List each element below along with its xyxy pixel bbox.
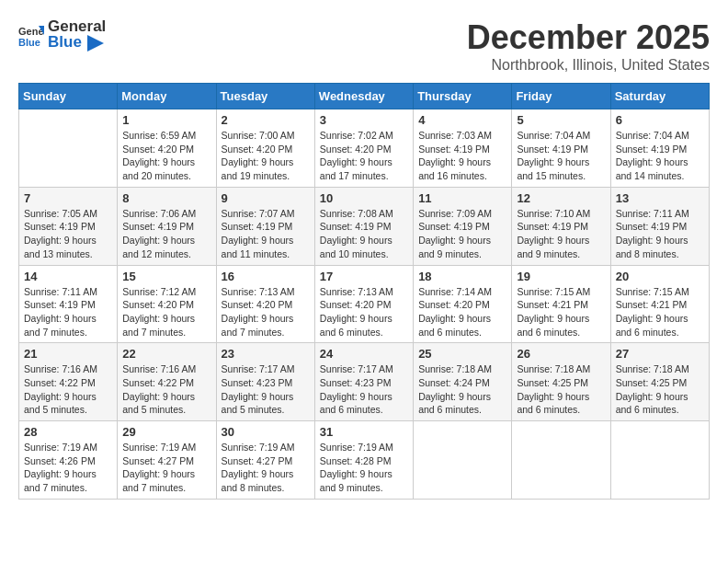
- day-number: 1: [122, 113, 210, 127]
- day-info: Sunrise: 7:07 AM Sunset: 4:19 PM Dayligh…: [222, 207, 310, 261]
- day-header-sunday: Sunday: [19, 84, 118, 109]
- day-number: 7: [24, 191, 112, 205]
- day-number: 15: [122, 270, 210, 283]
- calendar-cell: 6Sunrise: 7:04 AM Sunset: 4:19 PM Daylig…: [610, 109, 709, 188]
- calendar-cell: [512, 421, 610, 500]
- calendar-cell: 23Sunrise: 7:17 AM Sunset: 4:23 PM Dayli…: [216, 343, 314, 421]
- logo-blue-text: Blue: [48, 33, 82, 51]
- month-title: December 2025: [467, 18, 710, 57]
- day-info: Sunrise: 7:12 AM Sunset: 4:20 PM Dayligh…: [122, 285, 210, 339]
- calendar-cell: 4Sunrise: 7:03 AM Sunset: 4:19 PM Daylig…: [414, 109, 512, 188]
- calendar-cell: 22Sunrise: 7:16 AM Sunset: 4:22 PM Dayli…: [118, 343, 216, 421]
- day-info: Sunrise: 7:15 AM Sunset: 4:21 PM Dayligh…: [616, 285, 704, 339]
- day-number: 28: [24, 425, 112, 439]
- calendar-cell: 24Sunrise: 7:17 AM Sunset: 4:23 PM Dayli…: [314, 343, 413, 421]
- calendar-cell: 17Sunrise: 7:13 AM Sunset: 4:20 PM Dayli…: [314, 265, 413, 343]
- day-number: 13: [616, 191, 704, 205]
- location-title: Northbrook, Illinois, United States: [467, 57, 710, 74]
- day-info: Sunrise: 7:08 AM Sunset: 4:19 PM Dayligh…: [320, 207, 408, 261]
- calendar-cell: [414, 421, 512, 500]
- day-number: 26: [517, 347, 605, 361]
- day-number: 21: [24, 347, 112, 361]
- day-number: 4: [418, 113, 506, 127]
- day-number: 29: [122, 425, 210, 439]
- day-number: 11: [418, 191, 506, 205]
- day-info: Sunrise: 7:11 AM Sunset: 4:19 PM Dayligh…: [616, 207, 704, 261]
- day-info: Sunrise: 7:05 AM Sunset: 4:19 PM Dayligh…: [24, 207, 112, 261]
- calendar-cell: 12Sunrise: 7:10 AM Sunset: 4:19 PM Dayli…: [512, 187, 610, 265]
- calendar-header-row: SundayMondayTuesdayWednesdayThursdayFrid…: [19, 84, 710, 109]
- svg-marker-3: [87, 35, 104, 52]
- day-info: Sunrise: 7:19 AM Sunset: 4:27 PM Dayligh…: [222, 441, 310, 495]
- calendar-cell: [610, 421, 709, 500]
- calendar-table: SundayMondayTuesdayWednesdayThursdayFrid…: [18, 83, 710, 500]
- day-info: Sunrise: 7:17 AM Sunset: 4:23 PM Dayligh…: [222, 362, 310, 417]
- calendar-cell: 2Sunrise: 7:00 AM Sunset: 4:20 PM Daylig…: [216, 109, 314, 188]
- day-number: 27: [616, 347, 704, 361]
- day-info: Sunrise: 7:13 AM Sunset: 4:20 PM Dayligh…: [222, 285, 310, 339]
- day-number: 25: [418, 347, 506, 361]
- week-row-5: 28Sunrise: 7:19 AM Sunset: 4:26 PM Dayli…: [19, 421, 710, 500]
- day-header-saturday: Saturday: [610, 84, 709, 109]
- day-info: Sunrise: 7:11 AM Sunset: 4:19 PM Dayligh…: [24, 285, 112, 339]
- calendar-cell: [19, 109, 118, 188]
- day-info: Sunrise: 7:19 AM Sunset: 4:28 PM Dayligh…: [320, 441, 408, 495]
- day-number: 12: [517, 191, 605, 205]
- day-info: Sunrise: 7:06 AM Sunset: 4:19 PM Dayligh…: [122, 207, 210, 261]
- calendar-cell: 18Sunrise: 7:14 AM Sunset: 4:20 PM Dayli…: [414, 265, 512, 343]
- day-info: Sunrise: 7:04 AM Sunset: 4:19 PM Dayligh…: [616, 129, 704, 183]
- calendar-cell: 9Sunrise: 7:07 AM Sunset: 4:19 PM Daylig…: [216, 187, 314, 265]
- calendar-cell: 25Sunrise: 7:18 AM Sunset: 4:24 PM Dayli…: [414, 343, 512, 421]
- week-row-2: 7Sunrise: 7:05 AM Sunset: 4:19 PM Daylig…: [19, 187, 710, 265]
- calendar-cell: 13Sunrise: 7:11 AM Sunset: 4:19 PM Dayli…: [610, 187, 709, 265]
- day-number: 30: [222, 425, 310, 439]
- title-area: December 2025 Northbrook, Illinois, Unit…: [467, 18, 710, 74]
- header: General Blue General Blue December 2025 …: [18, 18, 710, 74]
- calendar-cell: 8Sunrise: 7:06 AM Sunset: 4:19 PM Daylig…: [118, 187, 216, 265]
- day-number: 5: [517, 113, 605, 127]
- week-row-1: 1Sunrise: 6:59 AM Sunset: 4:20 PM Daylig…: [19, 109, 710, 188]
- day-info: Sunrise: 7:18 AM Sunset: 4:24 PM Dayligh…: [418, 362, 506, 417]
- day-info: Sunrise: 7:09 AM Sunset: 4:19 PM Dayligh…: [418, 207, 506, 261]
- day-number: 8: [122, 191, 210, 205]
- logo: General Blue General Blue: [18, 18, 106, 52]
- calendar-cell: 16Sunrise: 7:13 AM Sunset: 4:20 PM Dayli…: [216, 265, 314, 343]
- day-info: Sunrise: 7:16 AM Sunset: 4:22 PM Dayligh…: [24, 362, 112, 417]
- day-number: 3: [320, 113, 408, 127]
- calendar-cell: 1Sunrise: 6:59 AM Sunset: 4:20 PM Daylig…: [118, 109, 216, 188]
- day-number: 31: [320, 425, 408, 439]
- calendar-cell: 31Sunrise: 7:19 AM Sunset: 4:28 PM Dayli…: [314, 421, 413, 500]
- day-info: Sunrise: 7:19 AM Sunset: 4:26 PM Dayligh…: [24, 441, 112, 495]
- day-number: 19: [517, 270, 605, 283]
- day-header-thursday: Thursday: [414, 84, 512, 109]
- day-number: 23: [222, 347, 310, 361]
- calendar-cell: 14Sunrise: 7:11 AM Sunset: 4:19 PM Dayli…: [19, 265, 118, 343]
- calendar-cell: 10Sunrise: 7:08 AM Sunset: 4:19 PM Dayli…: [314, 187, 413, 265]
- day-header-wednesday: Wednesday: [314, 84, 413, 109]
- logo-arrow-icon: [87, 35, 104, 52]
- day-info: Sunrise: 7:10 AM Sunset: 4:19 PM Dayligh…: [517, 207, 605, 261]
- calendar-cell: 7Sunrise: 7:05 AM Sunset: 4:19 PM Daylig…: [19, 187, 118, 265]
- day-number: 17: [320, 270, 408, 283]
- calendar-cell: 15Sunrise: 7:12 AM Sunset: 4:20 PM Dayli…: [118, 265, 216, 343]
- day-info: Sunrise: 7:14 AM Sunset: 4:20 PM Dayligh…: [418, 285, 506, 339]
- day-number: 14: [24, 270, 112, 283]
- day-info: Sunrise: 7:13 AM Sunset: 4:20 PM Dayligh…: [320, 285, 408, 339]
- day-info: Sunrise: 7:15 AM Sunset: 4:21 PM Dayligh…: [517, 285, 605, 339]
- day-header-monday: Monday: [118, 84, 216, 109]
- week-row-3: 14Sunrise: 7:11 AM Sunset: 4:19 PM Dayli…: [19, 265, 710, 343]
- calendar-cell: 26Sunrise: 7:18 AM Sunset: 4:25 PM Dayli…: [512, 343, 610, 421]
- day-number: 18: [418, 270, 506, 283]
- day-info: Sunrise: 7:02 AM Sunset: 4:20 PM Dayligh…: [320, 129, 408, 183]
- day-info: Sunrise: 6:59 AM Sunset: 4:20 PM Dayligh…: [122, 129, 210, 183]
- day-number: 24: [320, 347, 408, 361]
- calendar-cell: 27Sunrise: 7:18 AM Sunset: 4:25 PM Dayli…: [610, 343, 709, 421]
- day-header-friday: Friday: [512, 84, 610, 109]
- calendar-cell: 21Sunrise: 7:16 AM Sunset: 4:22 PM Dayli…: [19, 343, 118, 421]
- day-header-tuesday: Tuesday: [216, 84, 314, 109]
- calendar-cell: 11Sunrise: 7:09 AM Sunset: 4:19 PM Dayli…: [414, 187, 512, 265]
- day-number: 2: [222, 113, 310, 127]
- day-info: Sunrise: 7:04 AM Sunset: 4:19 PM Dayligh…: [517, 129, 605, 183]
- week-row-4: 21Sunrise: 7:16 AM Sunset: 4:22 PM Dayli…: [19, 343, 710, 421]
- calendar-cell: 20Sunrise: 7:15 AM Sunset: 4:21 PM Dayli…: [610, 265, 709, 343]
